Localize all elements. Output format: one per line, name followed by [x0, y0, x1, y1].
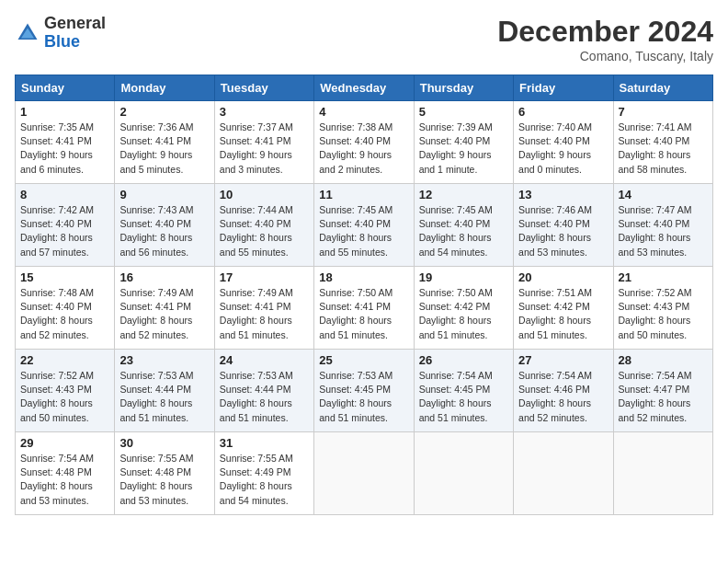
day-detail: Sunrise: 7:39 AMSunset: 4:40 PMDaylight:… [419, 121, 508, 177]
calendar-day-19: 19 Sunrise: 7:50 AMSunset: 4:42 PMDaylig… [414, 267, 513, 350]
day-number: 28 [619, 353, 708, 367]
calendar-day-4: 4 Sunrise: 7:38 AMSunset: 4:40 PMDayligh… [314, 101, 414, 184]
calendar-day-17: 17 Sunrise: 7:49 AMSunset: 4:41 PMDaylig… [214, 267, 313, 350]
day-number: 23 [119, 353, 209, 367]
day-number: 30 [119, 436, 209, 450]
calendar-day-13: 13 Sunrise: 7:46 AMSunset: 4:40 PMDaylig… [514, 184, 613, 267]
day-number: 29 [20, 436, 109, 450]
calendar-week-2: 8 Sunrise: 7:42 AMSunset: 4:40 PMDayligh… [16, 184, 713, 267]
column-header-friday: Friday [514, 75, 613, 101]
day-number: 20 [518, 270, 608, 284]
calendar-week-4: 22 Sunrise: 7:52 AMSunset: 4:43 PMDaylig… [16, 350, 713, 432]
day-number: 13 [518, 188, 608, 201]
calendar-day-2: 2 Sunrise: 7:36 AMSunset: 4:41 PMDayligh… [115, 101, 214, 184]
day-number: 14 [619, 188, 708, 201]
day-detail: Sunrise: 7:44 AMSunset: 4:40 PMDaylight:… [220, 203, 309, 259]
column-header-wednesday: Wednesday [314, 75, 414, 101]
day-detail: Sunrise: 7:45 AMSunset: 4:40 PMDaylight:… [419, 203, 508, 259]
calendar-week-3: 15 Sunrise: 7:48 AMSunset: 4:40 PMDaylig… [16, 267, 713, 350]
calendar-week-1: 1 Sunrise: 7:35 AMSunset: 4:41 PMDayligh… [16, 101, 713, 184]
calendar-day-24: 24 Sunrise: 7:53 AMSunset: 4:44 PMDaylig… [214, 350, 313, 432]
calendar-day-18: 18 Sunrise: 7:50 AMSunset: 4:41 PMDaylig… [314, 267, 414, 350]
calendar-day-1: 1 Sunrise: 7:35 AMSunset: 4:41 PMDayligh… [16, 101, 115, 184]
day-detail: Sunrise: 7:43 AMSunset: 4:40 PMDaylight:… [119, 203, 209, 259]
calendar-day-10: 10 Sunrise: 7:44 AMSunset: 4:40 PMDaylig… [214, 184, 313, 267]
calendar-header-row: SundayMondayTuesdayWednesdayThursdayFrid… [16, 75, 713, 101]
column-header-monday: Monday [115, 75, 214, 101]
calendar-day-6: 6 Sunrise: 7:40 AMSunset: 4:40 PMDayligh… [514, 101, 613, 184]
day-detail: Sunrise: 7:41 AMSunset: 4:40 PMDaylight:… [619, 121, 708, 177]
day-number: 3 [220, 105, 309, 119]
calendar-day-15: 15 Sunrise: 7:48 AMSunset: 4:40 PMDaylig… [16, 267, 115, 350]
empty-cell [514, 432, 613, 515]
day-detail: Sunrise: 7:46 AMSunset: 4:40 PMDaylight:… [518, 203, 608, 259]
calendar-day-26: 26 Sunrise: 7:54 AMSunset: 4:45 PMDaylig… [414, 350, 513, 432]
day-number: 24 [220, 353, 309, 367]
calendar-day-14: 14 Sunrise: 7:47 AMSunset: 4:40 PMDaylig… [613, 184, 712, 267]
month-title: December 2024 [497, 15, 713, 49]
day-number: 2 [119, 105, 209, 119]
day-detail: Sunrise: 7:42 AMSunset: 4:40 PMDaylight:… [20, 203, 109, 259]
day-number: 9 [119, 188, 209, 201]
day-number: 22 [20, 353, 109, 367]
logo-text: General Blue [44, 15, 106, 52]
calendar-day-9: 9 Sunrise: 7:43 AMSunset: 4:40 PMDayligh… [115, 184, 214, 267]
logo: General Blue [15, 15, 106, 52]
empty-cell [314, 432, 414, 515]
day-detail: Sunrise: 7:53 AMSunset: 4:44 PMDaylight:… [119, 369, 209, 425]
day-detail: Sunrise: 7:38 AMSunset: 4:40 PMDaylight:… [319, 121, 408, 177]
day-detail: Sunrise: 7:50 AMSunset: 4:42 PMDaylight:… [419, 286, 508, 342]
day-number: 19 [419, 270, 508, 284]
day-number: 15 [20, 270, 109, 284]
logo-icon [15, 20, 40, 46]
day-number: 26 [419, 353, 508, 367]
day-number: 31 [220, 436, 309, 450]
calendar-table: SundayMondayTuesdayWednesdayThursdayFrid… [15, 75, 713, 515]
page-header: General Blue December 2024 Comano, Tusca… [15, 15, 713, 63]
calendar-day-8: 8 Sunrise: 7:42 AMSunset: 4:40 PMDayligh… [16, 184, 115, 267]
calendar-week-5: 29 Sunrise: 7:54 AMSunset: 4:48 PMDaylig… [16, 432, 713, 515]
day-detail: Sunrise: 7:49 AMSunset: 4:41 PMDaylight:… [119, 286, 209, 342]
calendar-day-3: 3 Sunrise: 7:37 AMSunset: 4:41 PMDayligh… [214, 101, 313, 184]
day-number: 8 [20, 188, 109, 201]
day-detail: Sunrise: 7:45 AMSunset: 4:40 PMDaylight:… [319, 203, 408, 259]
day-detail: Sunrise: 7:35 AMSunset: 4:41 PMDaylight:… [20, 121, 109, 177]
column-header-saturday: Saturday [613, 75, 712, 101]
location-subtitle: Comano, Tuscany, Italy [497, 49, 713, 63]
day-detail: Sunrise: 7:50 AMSunset: 4:41 PMDaylight:… [319, 286, 408, 342]
day-detail: Sunrise: 7:37 AMSunset: 4:41 PMDaylight:… [220, 121, 309, 177]
column-header-tuesday: Tuesday [214, 75, 313, 101]
day-number: 7 [619, 105, 708, 119]
day-number: 5 [419, 105, 508, 119]
day-detail: Sunrise: 7:54 AMSunset: 4:48 PMDaylight:… [20, 452, 109, 508]
calendar-day-25: 25 Sunrise: 7:53 AMSunset: 4:45 PMDaylig… [314, 350, 414, 432]
day-detail: Sunrise: 7:54 AMSunset: 4:47 PMDaylight:… [619, 369, 708, 425]
calendar-day-7: 7 Sunrise: 7:41 AMSunset: 4:40 PMDayligh… [613, 101, 712, 184]
empty-cell [613, 432, 712, 515]
day-detail: Sunrise: 7:52 AMSunset: 4:43 PMDaylight:… [20, 369, 109, 425]
day-number: 4 [319, 105, 408, 119]
calendar-day-31: 31 Sunrise: 7:55 AMSunset: 4:49 PMDaylig… [214, 432, 313, 515]
day-detail: Sunrise: 7:40 AMSunset: 4:40 PMDaylight:… [518, 121, 608, 177]
day-number: 17 [220, 270, 309, 284]
day-number: 11 [319, 188, 408, 201]
day-number: 6 [518, 105, 608, 119]
title-block: December 2024 Comano, Tuscany, Italy [497, 15, 713, 63]
calendar-day-22: 22 Sunrise: 7:52 AMSunset: 4:43 PMDaylig… [16, 350, 115, 432]
column-header-thursday: Thursday [414, 75, 513, 101]
day-detail: Sunrise: 7:53 AMSunset: 4:45 PMDaylight:… [319, 369, 408, 425]
calendar-day-28: 28 Sunrise: 7:54 AMSunset: 4:47 PMDaylig… [613, 350, 712, 432]
empty-cell [414, 432, 513, 515]
day-number: 16 [119, 270, 209, 284]
column-header-sunday: Sunday [16, 75, 115, 101]
day-number: 27 [518, 353, 608, 367]
day-detail: Sunrise: 7:52 AMSunset: 4:43 PMDaylight:… [619, 286, 708, 342]
day-number: 10 [220, 188, 309, 201]
day-number: 25 [319, 353, 408, 367]
calendar-day-11: 11 Sunrise: 7:45 AMSunset: 4:40 PMDaylig… [314, 184, 414, 267]
day-detail: Sunrise: 7:48 AMSunset: 4:40 PMDaylight:… [20, 286, 109, 342]
day-detail: Sunrise: 7:54 AMSunset: 4:45 PMDaylight:… [419, 369, 508, 425]
calendar-day-20: 20 Sunrise: 7:51 AMSunset: 4:42 PMDaylig… [514, 267, 613, 350]
day-number: 1 [20, 105, 109, 119]
calendar-day-21: 21 Sunrise: 7:52 AMSunset: 4:43 PMDaylig… [613, 267, 712, 350]
